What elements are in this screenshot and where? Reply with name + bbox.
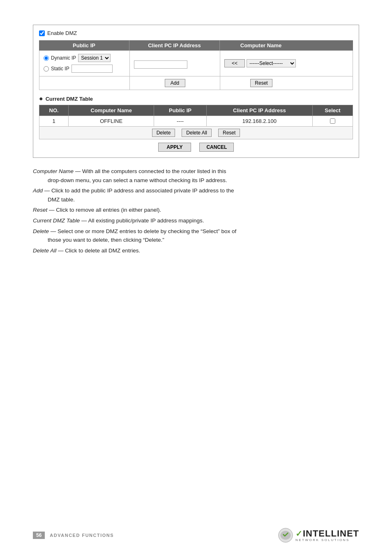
term-reset: Reset bbox=[33, 207, 47, 213]
term-add: Add bbox=[33, 187, 43, 194]
col-public-ip: Public IP bbox=[154, 105, 206, 116]
delete-all-button[interactable]: Delete All bbox=[182, 129, 212, 137]
table-row: 1 OFFLINE ---- 192.168.2.100 bbox=[39, 116, 353, 127]
desc-delete-cont: those you want to delete, then clicking … bbox=[33, 236, 359, 245]
cell-select[interactable] bbox=[312, 116, 353, 127]
computer-name-fill-button[interactable]: << bbox=[224, 59, 245, 67]
cancel-button[interactable]: CANCEL bbox=[199, 143, 234, 152]
action-cell-1 bbox=[39, 76, 130, 90]
computer-name-row: << ------Select------ bbox=[224, 59, 298, 67]
term-current-dmz: Current DMZ Table bbox=[33, 217, 80, 224]
static-ip-row: Static IP bbox=[44, 65, 125, 73]
desc-delete: Delete — Select one or more DMZ entries … bbox=[33, 227, 359, 245]
page-number: 56 bbox=[33, 532, 45, 539]
public-ip-cell: Dynamic IP Session 1 Static IP bbox=[39, 51, 130, 76]
add-reset-row: Add Reset bbox=[39, 76, 353, 90]
action-cell-add: Add bbox=[130, 76, 220, 90]
col-no: NO. bbox=[39, 105, 69, 116]
session-select[interactable]: Session 1 bbox=[78, 54, 111, 62]
col-computer-name: Computer Name bbox=[69, 105, 154, 116]
term-delete: Delete bbox=[33, 228, 49, 234]
footer: 56 ADVANCED FUNCTIONS ✓INTELLINET NETWOR… bbox=[0, 528, 392, 543]
enable-dmz-label: Enable DMZ bbox=[47, 30, 77, 36]
intellinet-logo: ✓INTELLINET NETWORK SOLUTIONS bbox=[278, 528, 359, 543]
dmz-panel: Enable DMZ Public IP Client PC IP Addres… bbox=[33, 25, 359, 158]
delete-buttons-row: Delete Delete All Reset bbox=[43, 129, 349, 137]
computer-name-cell: << ------Select------ bbox=[220, 51, 302, 76]
client-ip-cell bbox=[130, 51, 220, 76]
term-computer-name: Computer Name bbox=[33, 168, 74, 174]
bullet-icon: ● bbox=[39, 95, 43, 102]
term-delete-all: Delete All bbox=[33, 247, 56, 254]
logo-text: ✓INTELLINET NETWORK SOLUTIONS bbox=[295, 529, 359, 542]
current-dmz-label: ● Current DMZ Table bbox=[39, 95, 353, 102]
cell-public-ip: ---- bbox=[154, 116, 206, 127]
intellinet-logo-icon bbox=[278, 528, 293, 543]
dmz-table: NO. Computer Name Public IP Client PC IP… bbox=[39, 105, 353, 139]
footer-left: 56 ADVANCED FUNCTIONS bbox=[33, 532, 114, 539]
logo-brand-text: INTELLINET bbox=[303, 528, 359, 539]
col-select: Select bbox=[312, 105, 353, 116]
current-dmz-text: Current DMZ Table bbox=[46, 96, 93, 102]
dynamic-ip-row: Dynamic IP Session 1 bbox=[44, 54, 125, 62]
static-ip-label: Static IP bbox=[51, 66, 69, 72]
enable-dmz-row: Enable DMZ bbox=[39, 30, 353, 36]
header-computer-name: Computer Name bbox=[220, 40, 302, 51]
desc-computer-name-cont: drop-down menu, you can select a name wi… bbox=[33, 176, 359, 185]
desc-reset: Reset — Click to remove all entries (in … bbox=[33, 206, 359, 215]
header-public-ip: Public IP bbox=[39, 40, 129, 51]
client-ip-input[interactable] bbox=[134, 60, 187, 69]
dmz-input-area: Dynamic IP Session 1 Static IP << bbox=[39, 51, 353, 76]
reset-table-button[interactable]: Reset bbox=[218, 129, 240, 137]
delete-button[interactable]: Delete bbox=[152, 129, 175, 137]
logo-brand: ✓INTELLINET bbox=[295, 529, 359, 538]
delete-row: Delete Delete All Reset bbox=[39, 127, 353, 139]
logo-sub: NETWORK SOLUTIONS bbox=[295, 538, 359, 542]
col-client-ip: Client PC IP Address bbox=[206, 105, 312, 116]
apply-cancel-row: APPLY CANCEL bbox=[39, 143, 353, 152]
static-ip-radio[interactable] bbox=[44, 66, 49, 72]
cell-computer-name: OFFLINE bbox=[69, 116, 154, 127]
desc-computer-name: Computer Name — With all the computers c… bbox=[33, 167, 359, 185]
desc-current-dmz: Current DMZ Table — All existing public/… bbox=[33, 216, 359, 225]
static-ip-input[interactable] bbox=[71, 65, 113, 73]
dmz-table-header-row: NO. Computer Name Public IP Client PC IP… bbox=[39, 105, 353, 116]
dynamic-ip-label: Dynamic IP bbox=[51, 55, 76, 61]
desc-add: Add — Click to add the public IP address… bbox=[33, 186, 359, 204]
dmz-table-header: Public IP Client PC IP Address Computer … bbox=[39, 40, 353, 51]
footer-text: ADVANCED FUNCTIONS bbox=[50, 533, 114, 538]
computer-name-select[interactable]: ------Select------ bbox=[247, 59, 296, 67]
reset-button[interactable]: Reset bbox=[250, 79, 272, 87]
cell-no: 1 bbox=[39, 116, 69, 127]
select-checkbox[interactable] bbox=[330, 118, 335, 124]
desc-add-cont: DMZ table. bbox=[33, 195, 359, 204]
description-block: Computer Name — With all the computers c… bbox=[33, 167, 359, 255]
apply-button[interactable]: APPLY bbox=[158, 143, 191, 152]
dynamic-ip-radio[interactable] bbox=[44, 56, 49, 61]
add-button[interactable]: Add bbox=[165, 79, 185, 87]
desc-delete-all: Delete All — Click to delete all DMZ ent… bbox=[33, 246, 359, 255]
cell-client-ip: 192.168.2.100 bbox=[206, 116, 312, 127]
action-cell-reset: Reset bbox=[220, 76, 302, 90]
header-client-ip: Client PC IP Address bbox=[129, 40, 220, 51]
enable-dmz-checkbox[interactable] bbox=[39, 30, 45, 36]
